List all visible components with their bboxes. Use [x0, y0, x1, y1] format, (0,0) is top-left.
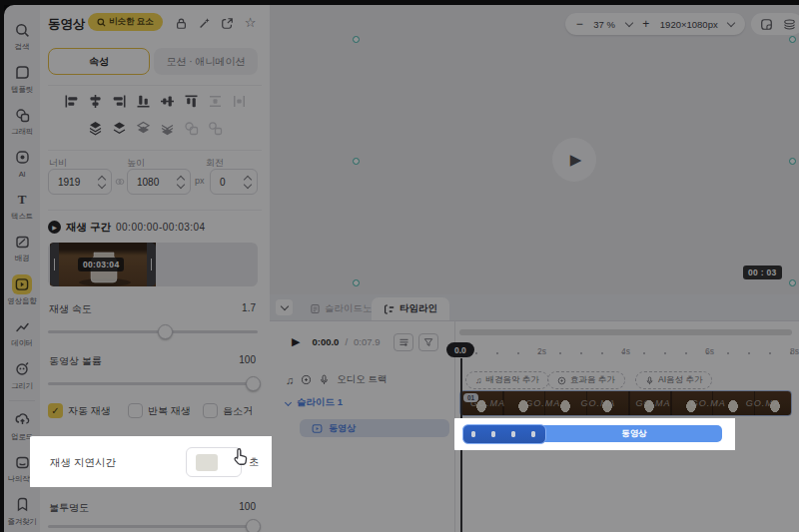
sidebar-item-background[interactable]: 배경 [4, 227, 40, 268]
rotation-input[interactable]: 0 [210, 169, 258, 195]
align-toolbar [64, 94, 247, 109]
slide-filmstrip[interactable]: GO.MAGO.MAGO.MAGO.MAGO.MAGO.MA 01 [459, 390, 792, 416]
sidebar-item-video-audio[interactable]: 영상음향 [4, 269, 40, 311]
add-ai-voice-button[interactable]: AI음성 추가 [635, 371, 712, 389]
width-input[interactable]: 1919 [48, 169, 112, 195]
mute-checkbox[interactable]: 음소거 [203, 403, 253, 418]
selection-handle-ne[interactable] [789, 36, 796, 43]
sidebar-item-graphics[interactable]: 그래픽 [4, 100, 40, 142]
sidebar-item-text[interactable]: T 텍스트 [4, 185, 40, 227]
layers-icon[interactable] [783, 18, 796, 31]
height-stepper[interactable] [176, 177, 186, 188]
audio-track-label: 오디오 트랙 [337, 373, 387, 386]
filter-button[interactable] [418, 333, 438, 351]
delay-unit: 초 [249, 455, 259, 469]
opacity-slider[interactable] [48, 525, 258, 528]
speed-slider-thumb[interactable] [158, 324, 173, 339]
autoplay-checkbox[interactable]: ✓ 자동 재생 [48, 403, 111, 418]
sidebar-item-favorites[interactable]: 즐겨찾기 [4, 490, 40, 532]
link-dimensions-icon[interactable] [115, 177, 125, 187]
selection-handle-nw[interactable] [353, 36, 360, 43]
folder-icon [12, 452, 32, 472]
rotation-stepper[interactable] [243, 177, 253, 188]
add-music-button[interactable]: ♫배경음악 추가 [465, 371, 549, 389]
lock-icon[interactable] [174, 16, 189, 31]
layer-toolbar [88, 121, 223, 136]
align-middle-icon[interactable] [160, 94, 175, 109]
chevron-down-icon[interactable] [624, 19, 632, 27]
trim-thumbnail: 00:03:04 [50, 243, 156, 286]
clip-trim-selection[interactable] [462, 424, 546, 444]
trim-strip[interactable]: 00:03:04 [48, 243, 258, 286]
sidebar-divider [9, 400, 35, 401]
volume-slider-thumb[interactable] [246, 376, 261, 391]
play-button[interactable]: ▶ [292, 335, 300, 348]
width-stepper[interactable] [97, 177, 107, 188]
selection-handle-sw[interactable] [353, 279, 360, 286]
volume-slider[interactable] [48, 382, 258, 385]
notes-icon [310, 303, 321, 314]
page-icon[interactable] [760, 18, 773, 31]
send-to-back-icon[interactable] [160, 121, 175, 136]
canvas-size-value[interactable]: 1920×1080px [660, 19, 718, 30]
sidebar-item-search[interactable]: 검색 [4, 15, 40, 57]
zoom-toolbar: − 37 % + 1920×1080px [565, 13, 745, 35]
bring-to-front-icon[interactable] [88, 121, 103, 136]
bring-forward-icon[interactable] [112, 121, 127, 136]
send-backward-icon[interactable] [136, 121, 151, 136]
upload-icon [12, 410, 32, 430]
align-left-icon[interactable] [64, 94, 79, 109]
height-input[interactable]: 1080 [127, 169, 191, 195]
chevron-down-icon[interactable] [285, 399, 292, 406]
opacity-value: 100 [239, 501, 256, 512]
ai-icon [12, 148, 32, 168]
tab-motion-animation[interactable]: 모션 · 애니메이션 [154, 48, 258, 75]
slide-row-header[interactable]: 슬라이드 1 [286, 396, 343, 409]
clip-options-button[interactable] [394, 333, 413, 351]
trim-handle-right[interactable] [147, 243, 156, 286]
sidebar-item-template[interactable]: 템플릿 [4, 57, 40, 99]
zoom-out-button[interactable]: − [576, 17, 583, 31]
similar-elements-button[interactable]: 비슷한 요소 [88, 13, 163, 31]
add-sfx-button[interactable]: 효과음 추가 [547, 371, 625, 389]
timeline-scrollbar[interactable] [459, 329, 792, 335]
opacity-label: 불투명도 [49, 501, 89, 515]
volume-label: 동영상 볼륨 [49, 354, 102, 368]
collapse-timeline-button[interactable] [276, 299, 293, 315]
delay-spotlight-card: 재생 지연시간 초 [30, 436, 272, 487]
video-track-item[interactable]: 동영상 [300, 419, 449, 437]
sidebar-item-draw[interactable]: 그리기 [4, 353, 40, 395]
speed-label: 재생 속도 [49, 302, 92, 316]
zoom-in-button[interactable]: + [642, 17, 649, 31]
loop-checkbox[interactable]: 반복 재생 [128, 403, 191, 418]
star-icon[interactable]: ☆ [243, 15, 258, 30]
sidebar-item-data[interactable]: 데이터 [4, 311, 40, 353]
selection-handle-e[interactable] [789, 158, 796, 165]
align-right-icon[interactable] [112, 94, 127, 109]
window-edge-top [0, 0, 799, 5]
export-icon[interactable] [220, 16, 235, 31]
align-top-icon[interactable] [184, 94, 199, 109]
speed-slider[interactable] [48, 330, 258, 333]
canvas-play-button[interactable]: ▶ [552, 138, 596, 182]
selection-handle-se[interactable] [789, 279, 796, 286]
align-center-h-icon[interactable] [88, 94, 103, 109]
tab-timeline[interactable]: 타임라인 [372, 297, 449, 320]
video-clip[interactable]: 동영상 [462, 425, 722, 442]
slide-label: 슬라이드 1 [297, 396, 343, 409]
trim-handle-left[interactable] [50, 243, 59, 286]
chevron-down-icon[interactable] [727, 19, 735, 27]
magic-wand-icon[interactable] [197, 16, 212, 31]
distribute-v-icon [232, 94, 247, 109]
opacity-slider-thumb[interactable] [246, 519, 261, 532]
sidebar-item-ai[interactable]: AI [4, 142, 40, 184]
speed-value: 1.7 [242, 302, 256, 313]
tab-properties[interactable]: 속성 [48, 48, 150, 75]
playhead-badge[interactable]: 0.0 [446, 342, 474, 357]
zoom-level[interactable]: 37 % [593, 19, 615, 30]
checkbox-unchecked-icon [128, 403, 143, 418]
ungroup-icon [208, 121, 223, 136]
hand-cursor-icon [230, 446, 250, 468]
selection-handle-w[interactable] [353, 158, 360, 165]
align-bottom-icon[interactable] [136, 94, 151, 109]
